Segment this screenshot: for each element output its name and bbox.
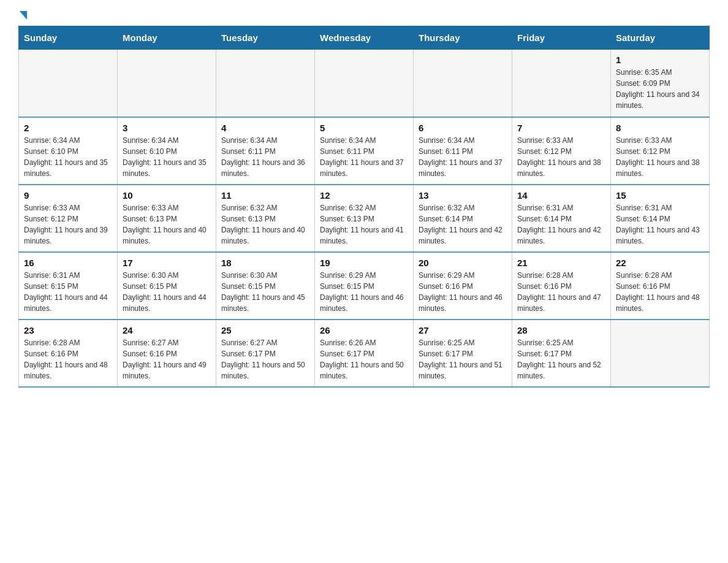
- calendar-day-cell: 27Sunrise: 6:25 AM Sunset: 6:17 PM Dayli…: [414, 320, 512, 387]
- calendar-day-cell: [216, 50, 315, 117]
- calendar-day-cell: 28Sunrise: 6:25 AM Sunset: 6:17 PM Dayli…: [512, 320, 611, 387]
- day-info: Sunrise: 6:31 AM Sunset: 6:14 PM Dayligh…: [517, 202, 605, 247]
- column-header-saturday: Saturday: [611, 26, 710, 50]
- day-number: 19: [320, 258, 408, 268]
- calendar-day-cell: 26Sunrise: 6:26 AM Sunset: 6:17 PM Dayli…: [315, 320, 414, 387]
- day-info: Sunrise: 6:28 AM Sunset: 6:16 PM Dayligh…: [517, 270, 605, 314]
- day-info: Sunrise: 6:34 AM Sunset: 6:11 PM Dayligh…: [221, 135, 309, 179]
- day-info: Sunrise: 6:30 AM Sunset: 6:15 PM Dayligh…: [221, 270, 309, 314]
- calendar-day-cell: 24Sunrise: 6:27 AM Sunset: 6:16 PM Dayli…: [118, 320, 216, 387]
- day-info: Sunrise: 6:28 AM Sunset: 6:16 PM Dayligh…: [24, 337, 112, 381]
- day-number: 6: [419, 123, 507, 133]
- day-number: 24: [123, 325, 211, 335]
- day-info: Sunrise: 6:34 AM Sunset: 6:11 PM Dayligh…: [320, 135, 408, 179]
- day-info: Sunrise: 6:28 AM Sunset: 6:16 PM Dayligh…: [616, 270, 704, 314]
- calendar-week-row: 16Sunrise: 6:31 AM Sunset: 6:15 PM Dayli…: [19, 252, 710, 320]
- day-info: Sunrise: 6:32 AM Sunset: 6:14 PM Dayligh…: [419, 202, 507, 247]
- column-header-sunday: Sunday: [19, 26, 118, 50]
- column-header-thursday: Thursday: [414, 26, 512, 50]
- day-number: 12: [320, 190, 408, 201]
- column-header-monday: Monday: [118, 26, 216, 50]
- calendar-day-cell: 14Sunrise: 6:31 AM Sunset: 6:14 PM Dayli…: [512, 185, 611, 252]
- calendar-day-cell: 4Sunrise: 6:34 AM Sunset: 6:11 PM Daylig…: [216, 117, 315, 185]
- day-info: Sunrise: 6:33 AM Sunset: 6:12 PM Dayligh…: [24, 202, 112, 247]
- calendar-day-cell: 20Sunrise: 6:29 AM Sunset: 6:16 PM Dayli…: [414, 252, 512, 320]
- calendar-day-cell: 22Sunrise: 6:28 AM Sunset: 6:16 PM Dayli…: [611, 252, 710, 320]
- day-info: Sunrise: 6:26 AM Sunset: 6:17 PM Dayligh…: [320, 337, 408, 381]
- logo: [18, 12, 27, 20]
- calendar-day-cell: 19Sunrise: 6:29 AM Sunset: 6:15 PM Dayli…: [315, 252, 414, 320]
- day-number: 21: [517, 258, 605, 268]
- calendar-day-cell: 11Sunrise: 6:32 AM Sunset: 6:13 PM Dayli…: [216, 185, 315, 252]
- page-header: [18, 12, 710, 20]
- calendar-day-cell: 1Sunrise: 6:35 AM Sunset: 6:09 PM Daylig…: [611, 50, 710, 117]
- calendar-day-cell: 13Sunrise: 6:32 AM Sunset: 6:14 PM Dayli…: [414, 185, 512, 252]
- day-number: 18: [221, 258, 309, 268]
- calendar-day-cell: [414, 50, 512, 117]
- column-header-friday: Friday: [512, 26, 611, 50]
- day-number: 15: [616, 190, 704, 201]
- day-number: 26: [320, 325, 408, 335]
- day-info: Sunrise: 6:32 AM Sunset: 6:13 PM Dayligh…: [320, 202, 408, 247]
- calendar-week-row: 23Sunrise: 6:28 AM Sunset: 6:16 PM Dayli…: [19, 320, 710, 387]
- day-info: Sunrise: 6:33 AM Sunset: 6:12 PM Dayligh…: [616, 135, 704, 179]
- day-number: 16: [24, 258, 112, 268]
- day-number: 3: [123, 123, 211, 133]
- day-info: Sunrise: 6:35 AM Sunset: 6:09 PM Dayligh…: [616, 67, 704, 111]
- column-header-tuesday: Tuesday: [216, 26, 315, 50]
- calendar-week-row: 2Sunrise: 6:34 AM Sunset: 6:10 PM Daylig…: [19, 117, 710, 185]
- day-number: 11: [221, 190, 309, 201]
- day-number: 2: [24, 123, 112, 133]
- calendar-day-cell: 17Sunrise: 6:30 AM Sunset: 6:15 PM Dayli…: [118, 252, 216, 320]
- column-header-wednesday: Wednesday: [315, 26, 414, 50]
- day-number: 20: [419, 258, 507, 268]
- calendar-day-cell: [512, 50, 611, 117]
- calendar-day-cell: 2Sunrise: 6:34 AM Sunset: 6:10 PM Daylig…: [19, 117, 118, 185]
- calendar-day-cell: [315, 50, 414, 117]
- day-number: 4: [221, 123, 309, 133]
- calendar-day-cell: [19, 50, 118, 117]
- calendar-day-cell: 8Sunrise: 6:33 AM Sunset: 6:12 PM Daylig…: [611, 117, 710, 185]
- calendar-day-cell: 10Sunrise: 6:33 AM Sunset: 6:13 PM Dayli…: [118, 185, 216, 252]
- calendar-week-row: 1Sunrise: 6:35 AM Sunset: 6:09 PM Daylig…: [19, 50, 710, 117]
- day-number: 7: [517, 123, 605, 133]
- day-number: 17: [123, 258, 211, 268]
- day-number: 23: [24, 325, 112, 335]
- day-number: 14: [517, 190, 605, 201]
- calendar-day-cell: 5Sunrise: 6:34 AM Sunset: 6:11 PM Daylig…: [315, 117, 414, 185]
- day-number: 5: [320, 123, 408, 133]
- day-info: Sunrise: 6:29 AM Sunset: 6:15 PM Dayligh…: [320, 270, 408, 314]
- day-number: 28: [517, 325, 605, 335]
- logo-arrow-icon: [20, 11, 27, 20]
- day-number: 9: [24, 190, 112, 201]
- calendar-day-cell: 15Sunrise: 6:31 AM Sunset: 6:14 PM Dayli…: [611, 185, 710, 252]
- day-number: 22: [616, 258, 704, 268]
- day-number: 13: [419, 190, 507, 201]
- calendar-day-cell: 25Sunrise: 6:27 AM Sunset: 6:17 PM Dayli…: [216, 320, 315, 387]
- day-info: Sunrise: 6:34 AM Sunset: 6:10 PM Dayligh…: [24, 135, 112, 179]
- day-info: Sunrise: 6:25 AM Sunset: 6:17 PM Dayligh…: [517, 337, 605, 381]
- calendar-day-cell: 6Sunrise: 6:34 AM Sunset: 6:11 PM Daylig…: [414, 117, 512, 185]
- calendar-day-cell: 7Sunrise: 6:33 AM Sunset: 6:12 PM Daylig…: [512, 117, 611, 185]
- calendar-day-cell: 12Sunrise: 6:32 AM Sunset: 6:13 PM Dayli…: [315, 185, 414, 252]
- day-info: Sunrise: 6:27 AM Sunset: 6:16 PM Dayligh…: [123, 337, 211, 381]
- day-info: Sunrise: 6:33 AM Sunset: 6:13 PM Dayligh…: [123, 202, 211, 247]
- day-number: 27: [419, 325, 507, 335]
- calendar-table: SundayMondayTuesdayWednesdayThursdayFrid…: [18, 26, 710, 388]
- calendar-header-row: SundayMondayTuesdayWednesdayThursdayFrid…: [19, 26, 710, 50]
- day-info: Sunrise: 6:30 AM Sunset: 6:15 PM Dayligh…: [123, 270, 211, 314]
- calendar-day-cell: [118, 50, 216, 117]
- day-number: 8: [616, 123, 704, 133]
- day-number: 25: [221, 325, 309, 335]
- calendar-day-cell: 18Sunrise: 6:30 AM Sunset: 6:15 PM Dayli…: [216, 252, 315, 320]
- calendar-week-row: 9Sunrise: 6:33 AM Sunset: 6:12 PM Daylig…: [19, 185, 710, 252]
- day-info: Sunrise: 6:31 AM Sunset: 6:14 PM Dayligh…: [616, 202, 704, 247]
- calendar-day-cell: [611, 320, 710, 387]
- day-info: Sunrise: 6:33 AM Sunset: 6:12 PM Dayligh…: [517, 135, 605, 179]
- day-info: Sunrise: 6:34 AM Sunset: 6:11 PM Dayligh…: [419, 135, 507, 179]
- day-info: Sunrise: 6:32 AM Sunset: 6:13 PM Dayligh…: [221, 202, 309, 247]
- day-info: Sunrise: 6:31 AM Sunset: 6:15 PM Dayligh…: [24, 270, 112, 314]
- day-info: Sunrise: 6:27 AM Sunset: 6:17 PM Dayligh…: [221, 337, 309, 381]
- day-number: 10: [123, 190, 211, 201]
- calendar-day-cell: 16Sunrise: 6:31 AM Sunset: 6:15 PM Dayli…: [19, 252, 118, 320]
